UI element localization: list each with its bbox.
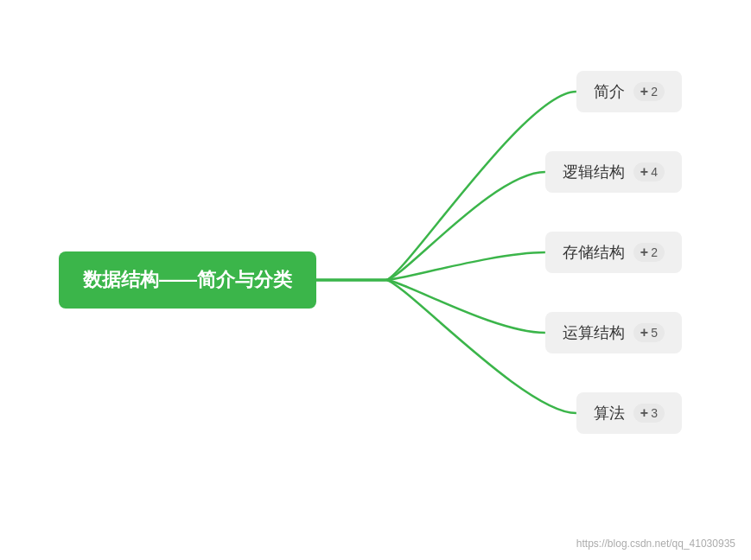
branch-label-luoji: 逻辑结构 [563, 162, 625, 182]
branch-node-cunchu: 存储结构+2 [545, 232, 682, 273]
branch-badge-suanfa[interactable]: +3 [633, 404, 665, 423]
branch-count-luoji: 4 [651, 165, 658, 179]
branch-node-jianjie: 简介+2 [576, 71, 682, 112]
branch-badge-yunsuanjiegou[interactable]: +5 [633, 323, 665, 342]
root-node: 数据结构——简介与分类 [59, 251, 316, 309]
branch-badge-jianjie[interactable]: +2 [633, 82, 665, 101]
branch-label-cunchu: 存储结构 [563, 242, 625, 263]
branch-count-cunchu: 2 [651, 245, 658, 259]
branch-label-jianjie: 简介 [594, 81, 625, 102]
branch-label-suanfa: 算法 [594, 403, 625, 423]
branch-badge-luoji[interactable]: +4 [633, 162, 665, 181]
branch-count-jianjie: 2 [651, 85, 658, 99]
branch-label-yunsuanjiegou: 运算结构 [563, 322, 625, 343]
branch-badge-cunchu[interactable]: +2 [633, 243, 665, 262]
watermark: https://blog.csdn.net/qq_41030935 [576, 538, 735, 550]
branch-node-luoji: 逻辑结构+4 [545, 151, 682, 193]
branch-count-suanfa: 3 [651, 406, 658, 420]
branch-node-suanfa: 算法+3 [576, 392, 682, 434]
branch-node-yunsuanjiegou: 运算结构+5 [545, 312, 682, 353]
mindmap-canvas: 数据结构——简介与分类 简介+2逻辑结构+4存储结构+2运算结构+5算法+3 h… [0, 0, 751, 560]
branch-count-yunsuanjiegou: 5 [651, 326, 658, 340]
